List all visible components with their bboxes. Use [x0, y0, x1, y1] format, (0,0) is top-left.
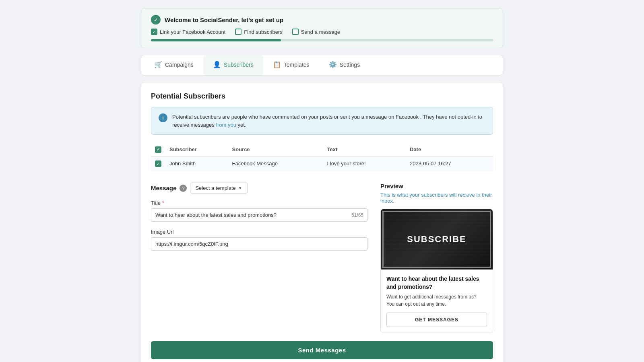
row-date: 2023-05-07 16:27: [406, 156, 493, 171]
info-icon: i: [159, 113, 167, 122]
tab-templates-label: Templates: [284, 62, 310, 68]
info-banner: i Potential subscribers are people who h…: [151, 107, 493, 135]
setup-check-icon: ✓: [151, 15, 161, 25]
nav-tabs: 🛒 Campaigns 👤 Subscribers 📋 Templates ⚙️…: [141, 55, 503, 76]
step-label-find: Find subscribers: [244, 29, 282, 35]
setup-title: Welcome to SocialSender, let's get set u…: [165, 16, 283, 23]
section-title: Potential Subscribers: [151, 92, 493, 101]
th-date: Date: [406, 143, 493, 156]
preview-subtitle: This is what your subscribers will recie…: [380, 192, 493, 204]
image-url-label: Image Url: [151, 229, 367, 235]
th-checkbox[interactable]: ✓: [151, 143, 165, 156]
message-section: Message ? Select a template ▼ Title * 51…: [151, 183, 493, 333]
main-card: Potential Subscribers i Potential subscr…: [141, 82, 503, 362]
step-label-send: Send a message: [301, 29, 341, 35]
subscribers-table: ✓ Subscriber Source Text Date ✓ John Smi…: [151, 143, 493, 171]
tab-subscribers-label: Subscribers: [224, 62, 254, 68]
campaigns-icon: 🛒: [154, 61, 162, 68]
progress-bar-container: [151, 39, 493, 41]
setup-steps: ✓ Link your Facebook Account Find subscr…: [151, 29, 493, 35]
image-url-input[interactable]: [151, 237, 367, 251]
setup-step-find[interactable]: Find subscribers: [235, 29, 282, 35]
row-subscriber: John Smith: [165, 156, 228, 171]
info-text: Potential subscribers are people who hav…: [172, 113, 485, 129]
preview-image: SUBSCRIBE: [381, 209, 493, 269]
subscribe-text: SUBSCRIBE: [407, 234, 466, 245]
preview-section: Preview This is what your subscribers wi…: [380, 183, 493, 333]
dropdown-arrow-icon: ▼: [238, 186, 242, 190]
step-checkbox-send: [292, 29, 299, 35]
table-row: ✓ John Smith Facebook Message I love you…: [151, 156, 493, 171]
step-label-facebook: Link your Facebook Account: [160, 29, 225, 35]
tab-settings[interactable]: ⚙️ Settings: [319, 55, 370, 75]
row-checkbox-cell[interactable]: ✓: [151, 156, 165, 171]
message-label: Message: [151, 185, 176, 191]
tab-templates[interactable]: 📋 Templates: [263, 55, 319, 75]
row-checkbox[interactable]: ✓: [155, 160, 161, 167]
message-form: Message ? Select a template ▼ Title * 51…: [151, 183, 367, 333]
setup-step-facebook[interactable]: ✓ Link your Facebook Account: [151, 29, 225, 35]
char-count: 51/65: [351, 212, 363, 218]
setup-banner: ✓ Welcome to SocialSender, let's get set…: [141, 8, 503, 48]
row-text: I love your store!: [323, 156, 406, 171]
required-marker: *: [162, 200, 164, 206]
step-checkbox-facebook: ✓: [151, 29, 157, 35]
tab-settings-label: Settings: [340, 62, 360, 68]
step-checkbox-find: [235, 29, 242, 35]
subscribers-icon: 👤: [213, 61, 221, 68]
row-source: Facebook Message: [228, 156, 323, 171]
tab-subscribers[interactable]: 👤 Subscribers: [203, 55, 263, 75]
tab-campaigns[interactable]: 🛒 Campaigns: [144, 55, 203, 75]
send-messages-button[interactable]: Send Messages: [151, 341, 493, 359]
th-subscriber: Subscriber: [165, 143, 228, 156]
title-field-label: Title *: [151, 200, 367, 206]
preview-card: SUBSCRIBE Want to hear about the latest …: [380, 209, 493, 333]
get-messages-button[interactable]: GET MESSAGES: [386, 313, 487, 327]
progress-bar-fill: [151, 39, 281, 41]
th-text: Text: [323, 143, 406, 156]
preview-msg-body: Want to get additional messages from us?…: [386, 293, 487, 308]
select-template-label: Select a template: [195, 185, 235, 191]
info-link[interactable]: from you: [216, 122, 236, 128]
select-template-button[interactable]: Select a template ▼: [190, 183, 247, 193]
preview-body: Want to hear about the latest sales and …: [381, 269, 493, 333]
templates-icon: 📋: [273, 61, 281, 68]
message-header: Message ? Select a template ▼: [151, 183, 367, 193]
preview-msg-title: Want to hear about the latest sales and …: [386, 275, 487, 291]
send-btn-wrapper: Send Messages: [151, 341, 493, 359]
th-source: Source: [228, 143, 323, 156]
select-all-checkbox[interactable]: ✓: [155, 146, 161, 153]
preview-title: Preview: [380, 183, 493, 189]
setup-step-send[interactable]: Send a message: [292, 29, 341, 35]
title-input-wrapper: 51/65: [151, 208, 367, 222]
title-input[interactable]: [151, 208, 367, 222]
settings-icon: ⚙️: [329, 61, 337, 68]
tab-campaigns-label: Campaigns: [165, 62, 194, 68]
help-icon[interactable]: ?: [180, 185, 187, 192]
